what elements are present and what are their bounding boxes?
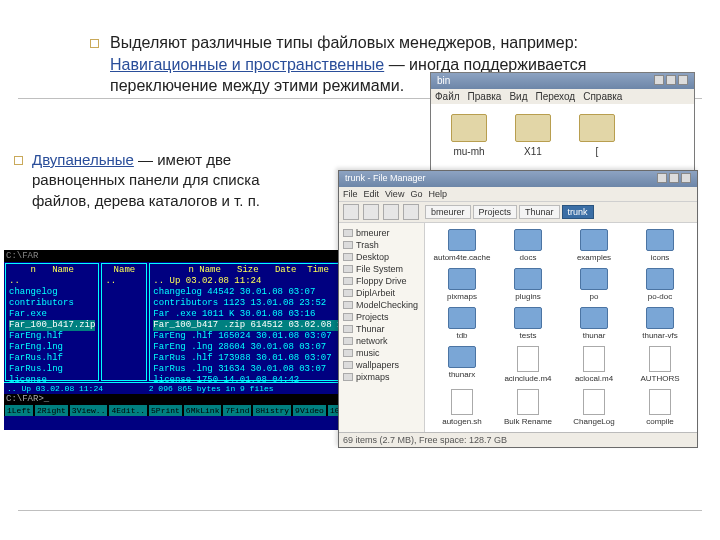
folder-icon — [514, 307, 542, 329]
far-fnkey[interactable]: 9Video — [293, 405, 326, 416]
grid-item[interactable]: autogen.sh — [431, 389, 493, 426]
far-row: FarRus .lng 31634 30.01.08 03:07 — [153, 364, 364, 375]
grid-item[interactable]: po-doc — [629, 268, 691, 301]
sidebar-item[interactable]: Trash — [341, 239, 422, 251]
breadcrumb-segment[interactable]: bmeurer — [425, 205, 471, 219]
grid-item[interactable]: thunar-vfs — [629, 307, 691, 340]
grid-item[interactable]: Bulk Rename — [497, 389, 559, 426]
place-icon — [343, 325, 353, 333]
grid-item[interactable]: thunar — [563, 307, 625, 340]
far-fnkey[interactable]: 1Left — [5, 405, 33, 416]
thunar-breadcrumb[interactable]: bmeurerProjectsThunartrunk — [423, 205, 594, 219]
item-label: examples — [563, 253, 625, 262]
sidebar-item[interactable]: pixmaps — [341, 371, 422, 383]
far-manager-screenshot: C:\FAR n Name ..changelogcontributorsFar… — [4, 250, 369, 430]
far-row: FarEng .lng 28604 30.01.08 03:07 — [153, 342, 364, 353]
grid-item[interactable]: aclocal.m4 — [563, 346, 625, 383]
grid-item[interactable]: po — [563, 268, 625, 301]
thunar-sidebar[interactable]: bmeurerTrashDesktopFile SystemFloppy Dri… — [339, 223, 425, 432]
item-label: po-doc — [629, 292, 691, 301]
far-fnkey[interactable]: 5Print — [149, 405, 182, 416]
grid-item[interactable]: acinclude.m4 — [497, 346, 559, 383]
thunar-icon-grid[interactable]: autom4te.cachedocsexamplesiconspixmapspl… — [425, 223, 697, 432]
place-icon — [343, 349, 353, 357]
nautilus-menubar[interactable]: ФайлПравкаВидПереходСправка — [431, 89, 694, 104]
grid-item[interactable]: docs — [497, 229, 559, 262]
thunar-toolbar[interactable]: bmeurerProjectsThunartrunk — [339, 201, 697, 223]
far-fnkey[interactable]: 6MkLink — [184, 405, 222, 416]
window-buttons[interactable] — [655, 173, 691, 185]
menu-item[interactable]: Edit — [364, 189, 380, 199]
far-row — [105, 353, 143, 364]
breadcrumb-segment[interactable]: Projects — [473, 205, 518, 219]
item-label: plugins — [497, 292, 559, 301]
sidebar-item[interactable]: music — [341, 347, 422, 359]
breadcrumb-segment[interactable]: trunk — [562, 205, 594, 219]
folder-item[interactable]: [ — [579, 114, 615, 176]
far-fnkey[interactable]: 3View.. — [70, 405, 108, 416]
far-col-date: Date — [275, 265, 297, 275]
far-row: Far.exe — [9, 309, 95, 320]
grid-item[interactable]: pixmaps — [431, 268, 493, 301]
menu-item[interactable]: Help — [428, 189, 447, 199]
folder-item[interactable]: mu-mh — [451, 114, 487, 176]
grid-item[interactable]: icons — [629, 229, 691, 262]
file-icon — [649, 389, 671, 415]
forward-button[interactable] — [363, 204, 379, 220]
back-button[interactable] — [343, 204, 359, 220]
grid-item[interactable]: ChangeLog — [563, 389, 625, 426]
grid-item[interactable]: thunarx — [431, 346, 493, 383]
sidebar-item[interactable]: network — [341, 335, 422, 347]
folder-item[interactable]: X11 — [515, 114, 551, 176]
sidebar-item[interactable]: ModelChecking — [341, 299, 422, 311]
sidebar-item[interactable]: Thunar — [341, 323, 422, 335]
intro-line1: Выделяют различные типы файловых менедже… — [110, 34, 578, 51]
far-fnkey[interactable]: 2Right — [35, 405, 68, 416]
sidebar-item[interactable]: Projects — [341, 311, 422, 323]
far-row: changelog — [9, 287, 95, 298]
up-button[interactable] — [383, 204, 399, 220]
grid-item[interactable]: AUTHORS — [629, 346, 691, 383]
grid-item[interactable]: examples — [563, 229, 625, 262]
home-button[interactable] — [403, 204, 419, 220]
sidebar-item[interactable]: Desktop — [341, 251, 422, 263]
sidebar-item[interactable]: DiplArbeit — [341, 287, 422, 299]
menu-item[interactable]: Правка — [468, 91, 502, 102]
far-fnkey[interactable]: 8Histry — [253, 405, 291, 416]
far-row: FarEng .hlf 165024 30.01.08 03:07 — [153, 331, 364, 342]
menu-item[interactable]: Файл — [435, 91, 460, 102]
grid-item[interactable]: plugins — [497, 268, 559, 301]
grid-item[interactable]: tdb — [431, 307, 493, 340]
link-navigational[interactable]: Навигационные и пространственные — [110, 56, 384, 73]
breadcrumb-segment[interactable]: Thunar — [519, 205, 560, 219]
folder-icon — [580, 307, 608, 329]
menu-item[interactable]: Справка — [583, 91, 622, 102]
sidebar-item[interactable]: Floppy Drive — [341, 275, 422, 287]
far-prompt: C:\FAR>_ — [4, 394, 369, 405]
grid-item[interactable]: compile — [629, 389, 691, 426]
menu-item[interactable]: Go — [410, 189, 422, 199]
grid-item[interactable]: tests — [497, 307, 559, 340]
far-fnkey[interactable]: 7Find — [223, 405, 251, 416]
sidebar-item[interactable]: wallpapers — [341, 359, 422, 371]
menu-item[interactable]: Переход — [535, 91, 575, 102]
far-row: FarRus.lng — [9, 364, 95, 375]
item-label: tdb — [431, 331, 493, 340]
sidebar-item[interactable]: File System — [341, 263, 422, 275]
menu-item[interactable]: File — [343, 189, 358, 199]
grid-item[interactable]: autom4te.cache — [431, 229, 493, 262]
item-label: icons — [629, 253, 691, 262]
sidebar-label: File System — [356, 264, 403, 274]
far-row — [105, 342, 143, 353]
thunar-menubar[interactable]: FileEditViewGoHelp — [339, 187, 697, 201]
menu-item[interactable]: View — [385, 189, 404, 199]
far-fnkey[interactable]: 4Edit.. — [109, 405, 147, 416]
window-buttons[interactable] — [652, 75, 688, 87]
link-two-panel[interactable]: Двупанельные — [32, 151, 134, 168]
sidebar-item[interactable]: bmeurer — [341, 227, 422, 239]
place-icon — [343, 361, 353, 369]
folder-icon — [515, 114, 551, 142]
far-col-name2: Name — [114, 265, 136, 275]
menu-item[interactable]: Вид — [509, 91, 527, 102]
sidebar-label: pixmaps — [356, 372, 390, 382]
